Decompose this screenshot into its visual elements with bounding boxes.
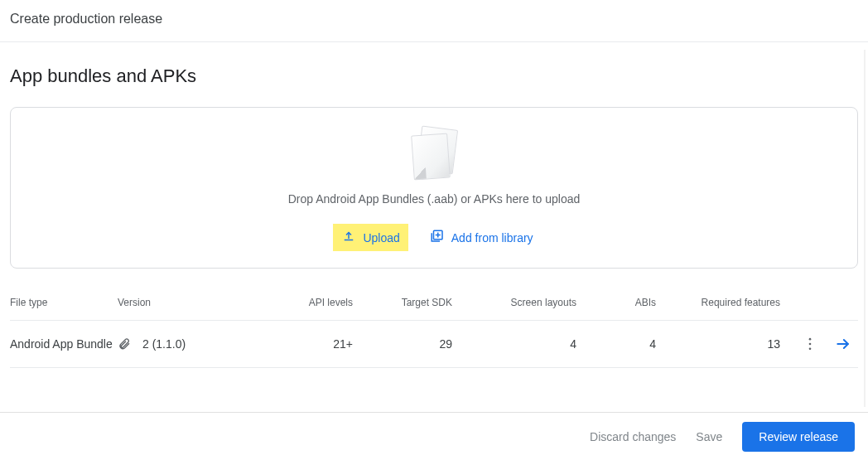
attachment-icon	[118, 337, 131, 351]
save-button[interactable]: Save	[696, 430, 722, 443]
cell-api-levels: 21+	[267, 337, 366, 351]
table-row: Android App Bundle 2 (1.1.0) 21+ 29 4 4 …	[10, 321, 858, 368]
footer-bar: Discard changes Save Review release	[0, 412, 868, 460]
col-required-features: Required features	[669, 297, 793, 308]
page-header: Create production release	[0, 0, 868, 42]
upload-button[interactable]: Upload	[333, 224, 407, 251]
cell-required-features: 13	[669, 337, 793, 351]
svg-point-1	[809, 338, 812, 341]
cell-version-value: 2 (1.1.0)	[142, 337, 186, 351]
col-target-sdk: Target SDK	[366, 297, 465, 308]
cell-abis: 4	[590, 337, 669, 351]
col-api-levels: API levels	[267, 297, 366, 308]
col-file-type: File type	[10, 297, 118, 308]
cell-screen-layouts: 4	[465, 337, 590, 351]
upload-icon	[341, 229, 356, 246]
bundles-table: File type Version API levels Target SDK …	[10, 290, 858, 368]
paper-stack-icon	[411, 128, 457, 181]
dropzone-help-text: Drop Android App Bundles (.aab) or APKs …	[288, 192, 581, 206]
cell-version: 2 (1.1.0)	[118, 337, 267, 351]
col-version: Version	[118, 297, 267, 308]
svg-point-3	[809, 348, 812, 351]
row-details-button[interactable]	[832, 332, 855, 356]
col-screen-layouts: Screen layouts	[465, 297, 590, 308]
upload-label: Upload	[363, 231, 399, 245]
main-content: App bundles and APKs Drop Android App Bu…	[0, 65, 868, 368]
dropzone-actions: Upload Add from library	[333, 224, 534, 251]
upload-dropzone[interactable]: Drop Android App Bundles (.aab) or APKs …	[10, 107, 858, 269]
cell-target-sdk: 29	[366, 337, 465, 351]
page-title: Create production release	[10, 12, 858, 27]
table-header-row: File type Version API levels Target SDK …	[10, 290, 858, 321]
discard-changes-button[interactable]: Discard changes	[590, 430, 676, 443]
cell-file-type: Android App Bundle	[10, 337, 118, 351]
row-more-menu-button[interactable]	[798, 332, 822, 356]
section-title: App bundles and APKs	[10, 65, 858, 87]
scrollbar-track[interactable]	[864, 50, 866, 407]
review-release-button[interactable]: Review release	[742, 422, 855, 452]
svg-point-2	[809, 343, 812, 346]
add-from-library-label: Add from library	[451, 231, 533, 245]
library-add-icon	[430, 229, 445, 246]
add-from-library-button[interactable]: Add from library	[428, 225, 535, 249]
col-abis: ABIs	[590, 297, 669, 308]
